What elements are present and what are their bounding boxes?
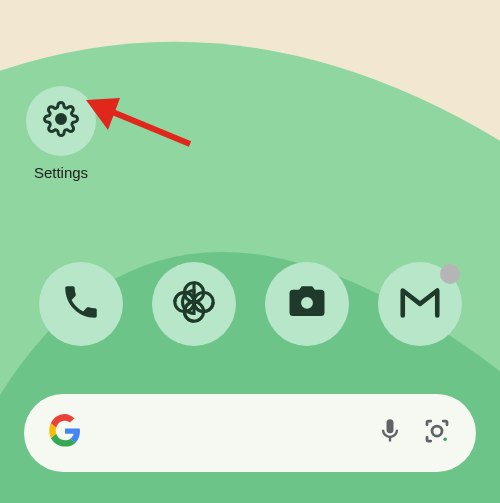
dock-phone[interactable]	[39, 262, 123, 346]
settings-label: Settings	[34, 164, 88, 181]
settings-app[interactable]: Settings	[26, 86, 96, 181]
dock-camera[interactable]	[265, 262, 349, 346]
mic-icon[interactable]	[376, 417, 404, 449]
camera-icon	[286, 281, 328, 327]
settings-icon-circle[interactable]	[26, 86, 96, 156]
svg-point-3	[301, 297, 313, 309]
svg-point-1	[57, 115, 66, 124]
phone-icon	[60, 281, 102, 327]
google-g-icon	[48, 414, 82, 452]
gmail-m-icon	[397, 279, 443, 329]
gear-icon	[43, 101, 79, 141]
svg-point-5	[443, 437, 447, 441]
search-bar[interactable]	[24, 394, 476, 472]
svg-line-2	[98, 106, 190, 144]
dock-photos[interactable]	[152, 262, 236, 346]
dock	[0, 262, 500, 346]
svg-point-4	[432, 426, 442, 436]
notification-dot	[440, 264, 460, 284]
annotation-arrow	[80, 88, 200, 162]
pinwheel-icon	[171, 279, 217, 329]
lens-icon[interactable]	[422, 416, 452, 450]
dock-gmail[interactable]	[378, 262, 462, 346]
